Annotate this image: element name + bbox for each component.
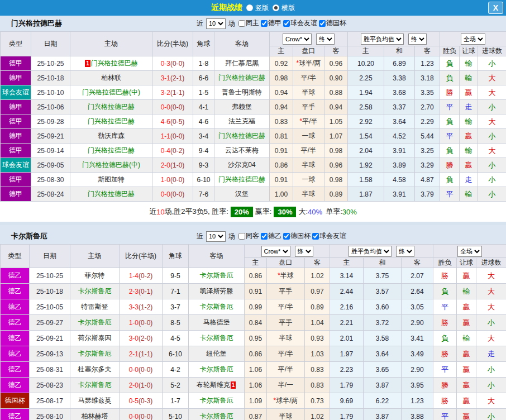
filter-checkbox-德国杯[interactable]: 德国杯	[319, 18, 346, 28]
home-odds: 0.94	[270, 100, 293, 114]
match-row: 德甲25-08-24门兴格拉德巴赫0-0(0-0)7-6汉堡1.00半球0.89…	[1, 187, 506, 202]
home-team-cell: 菲尔特	[70, 268, 120, 284]
away-team-cell: 沙尔克04	[214, 158, 270, 173]
star-icon: *	[299, 117, 302, 125]
match-date: 25-09-13	[30, 346, 70, 362]
match-date: 25-10-05	[30, 299, 70, 315]
filter-checkbox-球会友谊[interactable]: 球会友谊	[312, 231, 346, 241]
match-type-badge: 德甲	[1, 100, 31, 114]
layout-radio-horizontal[interactable]: 横版	[273, 3, 295, 13]
corner-score: 7-1	[163, 284, 189, 299]
odds-final-select-2[interactable]: 终	[295, 246, 313, 257]
col-type: 类型	[1, 32, 31, 56]
red-card-badge: 1	[85, 60, 90, 67]
mean-select-2[interactable]: 胜平负均值	[349, 246, 392, 257]
match-row: 球会友谊25-10-10门兴格拉德巴赫(中)3-2(1-1)1-5普鲁士明斯特0…	[1, 85, 506, 100]
home-team-name: 斯图加特	[98, 175, 125, 183]
away-odds: 0.98	[324, 173, 348, 187]
away-odds: 1.05	[324, 114, 348, 129]
checkbox-icon[interactable]	[319, 20, 326, 27]
match-type-badge: 德乙	[1, 299, 30, 315]
mean-final-select[interactable]: 终	[408, 34, 427, 45]
checkbox-icon[interactable]	[283, 233, 290, 240]
home-odds: 0.98	[270, 71, 293, 85]
home-team-name: 门兴格拉德巴赫	[88, 190, 135, 198]
filter-checkbox-同主[interactable]: 同主	[238, 18, 259, 28]
sub-handicap: 盘口	[293, 46, 324, 56]
home-team-cell: 斯图加特	[70, 173, 152, 187]
team1-summary: 近10场,胜2平3负5, 胜率:20%赢率:30%大:40%单率:30%	[0, 202, 506, 222]
score-cell: 0-0(0-0)	[120, 362, 163, 378]
radio-selected-icon[interactable]	[273, 4, 279, 11]
result-goals: 大	[478, 114, 506, 129]
checkbox-icon[interactable]	[312, 233, 319, 240]
bookmaker-select-2[interactable]: Crow*	[261, 246, 290, 257]
corner-score: 4-6	[193, 114, 214, 129]
win-rate-badge: 20%	[231, 207, 253, 217]
match-date: 25-10-18	[30, 284, 70, 299]
checkbox-icon[interactable]	[238, 233, 245, 240]
sub-handicap: 盘口	[267, 258, 305, 268]
sub-result-handicap: 让球	[457, 258, 476, 268]
away-team-name: 弗赖堡	[232, 103, 252, 111]
result-wdl: 負	[433, 284, 457, 299]
mean-final-select-2[interactable]: 终	[396, 246, 414, 257]
handicap-cell: 半球	[293, 187, 324, 202]
mean-draw-odds: 3.89	[384, 158, 415, 173]
filter-checkbox-德甲[interactable]: 德甲	[261, 18, 281, 28]
col-corner: 角球	[193, 32, 214, 56]
col-date: 日期	[31, 32, 70, 56]
handicap-cell: 平/半	[293, 71, 324, 85]
away-team-name: 拜仁慕尼黑	[225, 59, 259, 67]
mean-select[interactable]: 胜平负均值	[361, 34, 404, 45]
close-icon[interactable]: X	[488, 2, 503, 14]
fullmatch-select[interactable]: 全场	[461, 34, 485, 45]
summary-big-label: 大:	[298, 207, 308, 217]
bookmaker-select[interactable]: Crow*	[283, 34, 312, 45]
filter-checkbox-德乙[interactable]: 德乙	[261, 231, 281, 241]
sub-mean-away: 客	[402, 258, 433, 268]
radio-unselected-icon[interactable]	[246, 4, 253, 11]
home-odds: 0.86	[245, 346, 267, 362]
single-rate-value: 30%	[342, 208, 357, 216]
match-count-select-2[interactable]: 10	[206, 231, 226, 242]
score-cell: 1-0(0-0)	[120, 315, 163, 331]
sub-result-goals: 进球数	[476, 258, 506, 268]
filter-checkbox-球会友谊[interactable]: 球会友谊	[283, 18, 317, 28]
away-team-cell: 马格德堡	[189, 315, 245, 331]
result-handicap: 輸	[460, 144, 478, 158]
handicap-cell: 平/半	[293, 144, 324, 158]
section2-header: 卡尔斯鲁厄 近 10 场 同客德乙德国杯球会友谊	[0, 225, 506, 244]
match-date: 25-10-25	[30, 268, 70, 284]
result-goals: 小	[476, 378, 506, 393]
odds-final-select[interactable]: 终	[316, 34, 335, 45]
home-team-cell: 特雷斯登	[70, 299, 120, 315]
mean-away-odds: 3.88	[402, 409, 433, 420]
layout-radio-vertical[interactable]: 竖版	[246, 3, 269, 13]
away-team-name: 沙尔克04	[228, 161, 255, 169]
checkbox-icon[interactable]	[238, 20, 245, 27]
mean-home-odds: 1.58	[348, 173, 384, 187]
handicap-cell: 平手	[267, 284, 305, 299]
match-count-select[interactable]: 10	[206, 18, 226, 29]
away-odds: 0.93	[305, 331, 330, 346]
match-row: 德乙25-10-18卡尔斯鲁厄2-3(0-1)7-1凯泽斯劳滕0.91平手0.9…	[1, 284, 506, 299]
home-odds: 0.91	[270, 173, 293, 187]
filter-checkbox-同客[interactable]: 同客	[238, 231, 259, 241]
corner-score: 6-10	[163, 346, 189, 362]
home-team-name: 菲尔特	[85, 271, 105, 279]
mean-home-odds: 1.92	[348, 158, 384, 173]
mean-draw-odds: 3.91	[384, 187, 415, 202]
checkbox-icon[interactable]	[261, 20, 268, 27]
checkbox-icon[interactable]	[261, 233, 268, 240]
away-team-cell: 凯泽斯劳滕	[189, 284, 245, 299]
away-team-cell: 卡尔斯鲁厄	[189, 393, 245, 409]
checkbox-icon[interactable]	[283, 20, 290, 27]
result-goals: 小	[476, 315, 506, 331]
away-team-cell: 门兴格拉德巴赫	[214, 129, 270, 144]
fullmatch-select-2[interactable]: 全场	[457, 246, 482, 257]
mean-home-odds: 1.97	[330, 346, 364, 362]
away-odds: 0.83	[305, 362, 330, 378]
handicap-cell: *球半/两	[293, 56, 324, 71]
filter-checkbox-德国杯[interactable]: 德国杯	[283, 231, 311, 241]
